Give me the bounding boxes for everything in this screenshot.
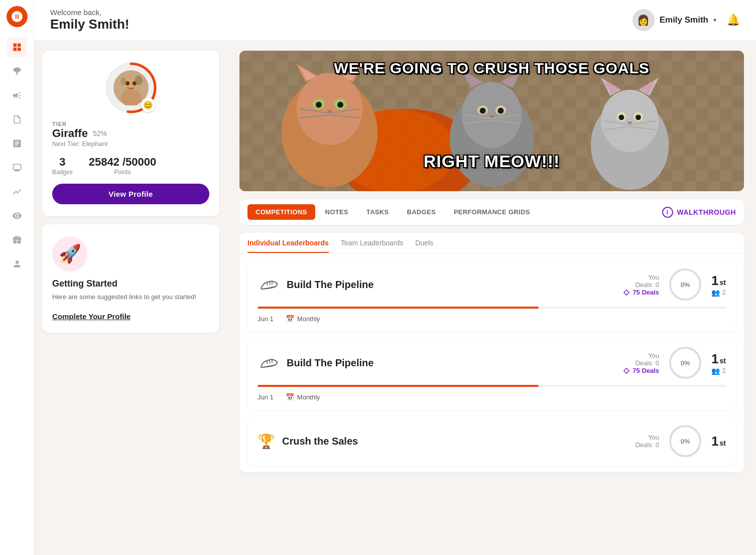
rank-of-count-1: 2 — [722, 289, 725, 296]
tab-individual-leaderboards[interactable]: Individual Leaderboards — [247, 239, 329, 253]
progress-circle-3: 0% — [669, 425, 701, 457]
tab-team-leaderboards[interactable]: Team Leaderboards — [341, 239, 404, 253]
competitions-list: Build The Pipeline You Deals: 0 — [239, 253, 744, 472]
person-icon — [12, 259, 22, 269]
trophy-sidebar-icon — [12, 66, 22, 76]
user-info[interactable]: 👩 Emily Smith ▾ — [633, 9, 716, 31]
motivational-banner: WE'RE GOING TO CRUSH THOSE GOALS RIGHT M… — [239, 51, 744, 191]
avatar-wrapper: 😊 — [106, 63, 156, 113]
rank-of-2: 👥 2 — [711, 367, 725, 375]
view-profile-button[interactable]: View Profile — [52, 184, 209, 204]
comp-title-2: Build The Pipeline — [287, 357, 373, 369]
rank-of-icon-2: 👥 — [711, 367, 720, 375]
competition-card-3: 🏆 Crush the Sales You Deals: 0 0% — [247, 416, 736, 466]
svg-rect-3 — [17, 48, 21, 51]
rank-section-1: 1 st 👥 2 — [711, 273, 726, 297]
comp-title-row-3: 🏆 Crush the Sales — [258, 433, 358, 450]
top-header: Welcome back, Emily Smith! 👩 Emily Smith… — [34, 0, 756, 41]
sidebar — [0, 0, 34, 555]
welcome-section: Welcome back, Emily Smith! — [50, 8, 129, 32]
comp-freq-2: 📅 Monthly — [286, 393, 320, 401]
comp-stats-2: You Deals: 0 75 Deals — [623, 352, 659, 374]
sidebar-item-report[interactable] — [7, 109, 27, 129]
comp-right-2: You Deals: 0 75 Deals — [623, 347, 726, 379]
comp-stats-1: You Deals: 0 75 Deals — [623, 273, 659, 296]
comp-right-1: You Deals: 0 75 Deals — [623, 268, 726, 301]
comp-freq-1: 📅 Monthly — [286, 315, 320, 323]
comp-card-top-1: Build The Pipeline You Deals: 0 — [258, 268, 726, 301]
leaderboard-section: Individual Leaderboards Team Leaderboard… — [239, 233, 744, 472]
svg-point-59 — [636, 114, 641, 120]
rank-of-1: 👥 2 — [711, 289, 725, 297]
rank-section-2: 1 st 👥 2 — [711, 351, 726, 375]
tab-duels[interactable]: Duels — [415, 239, 433, 253]
notification-bell-icon[interactable]: 🔔 — [726, 14, 740, 27]
badges-stat: 3 Badges — [52, 156, 73, 176]
comp-title-row-1: Build The Pipeline — [258, 273, 373, 296]
progress-bar-fill-1 — [258, 307, 539, 309]
gift-icon — [12, 235, 22, 245]
comp-you-3: You — [635, 434, 659, 441]
rank-of-count-2: 2 — [722, 367, 725, 374]
user-name-header: Emily Smith — [660, 15, 708, 25]
progress-pct-1: 0% — [681, 281, 690, 289]
main-area: Welcome back, Emily Smith! 👩 Emily Smith… — [34, 0, 756, 555]
comp-card-bottom-1: Jun 1 📅 Monthly — [258, 315, 726, 323]
sidebar-item-monitor[interactable] — [7, 158, 27, 178]
chevron-down-icon: ▾ — [713, 17, 716, 24]
progress-pct-3: 0% — [681, 438, 690, 445]
monitor-icon — [12, 163, 22, 173]
greeting-text: Welcome back, — [50, 8, 129, 17]
comp-frequency-2: Monthly — [297, 393, 320, 401]
sidebar-item-person[interactable] — [7, 254, 27, 274]
logo-icon — [11, 10, 24, 23]
rank-display-3: 1 st — [711, 434, 726, 449]
svg-marker-66 — [623, 368, 629, 374]
left-panel: 😊 TIER Giraffe 52% Next Tier: Elephant 3… — [34, 41, 227, 555]
comp-title-1: Build The Pipeline — [287, 279, 373, 291]
svg-point-58 — [619, 114, 624, 120]
comp-deals-3: Deals: 0 — [635, 441, 659, 449]
tab-badges[interactable]: BADGES — [399, 204, 443, 220]
sidebar-item-note[interactable] — [7, 133, 27, 154]
report-icon — [12, 114, 22, 124]
sidebar-item-chart[interactable] — [7, 182, 27, 202]
tab-performance-grids[interactable]: PERFORMANCE GRIDS — [446, 204, 538, 220]
comp-frequency-1: Monthly — [297, 315, 320, 323]
app-logo[interactable] — [7, 6, 28, 27]
badges-count: 3 — [52, 156, 73, 169]
rank-display-1: 1 st — [711, 273, 726, 289]
leaderboard-tabs: Individual Leaderboards Team Leaderboard… — [239, 233, 744, 253]
sidebar-item-eye[interactable] — [7, 206, 27, 226]
svg-point-29 — [337, 102, 343, 108]
comp-target-1: 75 Deals — [623, 289, 659, 296]
tab-tasks[interactable]: TASKS — [358, 204, 397, 220]
sidebar-item-gift[interactable] — [7, 230, 27, 250]
svg-point-44 — [497, 108, 503, 114]
tab-bar: COMPETITIONS NOTES TASKS BADGES PERFORMA… — [239, 199, 744, 225]
progress-bar-fill-2 — [258, 385, 539, 387]
diamond-icon-1 — [623, 290, 629, 296]
walkthrough-label: WALKTHROUGH — [677, 208, 736, 216]
right-panel: WE'RE GOING TO CRUSH THOSE GOALS RIGHT M… — [227, 41, 756, 555]
calendar-icon-2: 📅 — [286, 393, 294, 401]
getting-started-description: Here are some suggested links to get you… — [52, 292, 209, 302]
walkthrough-button[interactable]: i WALKTHROUGH — [662, 207, 736, 218]
comp-right-3: You Deals: 0 0% 1 st — [635, 425, 726, 457]
complete-profile-link[interactable]: Complete Your Profile — [52, 312, 209, 321]
header-right: 👩 Emily Smith ▾ 🔔 — [633, 9, 740, 31]
progress-bar-track-2 — [258, 385, 726, 387]
tab-competitions[interactable]: COMPETITIONS — [247, 204, 315, 220]
eye-icon — [12, 211, 22, 221]
sidebar-item-trophy[interactable] — [7, 61, 27, 81]
tab-notes[interactable]: NOTES — [317, 204, 356, 220]
profile-card: 😊 TIER Giraffe 52% Next Tier: Elephant 3… — [42, 51, 219, 216]
svg-marker-65 — [623, 290, 629, 296]
shoe-icon-2 — [258, 352, 280, 374]
comp-title-3: Crush the Sales — [282, 436, 358, 447]
sidebar-item-dashboard[interactable] — [7, 37, 27, 57]
progress-pct-2: 0% — [681, 359, 690, 367]
sidebar-item-megaphone[interactable] — [7, 85, 27, 105]
rank-suffix-3: st — [720, 439, 726, 447]
tier-percent: 52% — [93, 129, 107, 137]
